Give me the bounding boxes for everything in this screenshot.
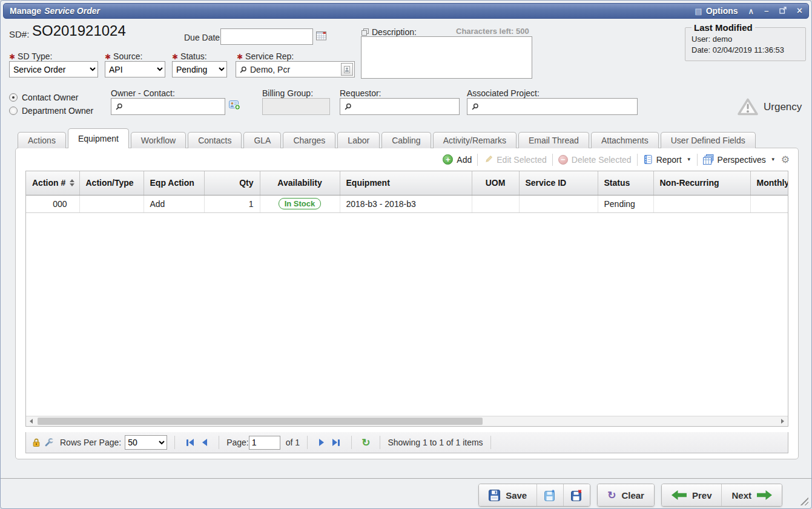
- table-row[interactable]: 000 Add 1 In Stock 2018-b3 - 2018-b3 Pen…: [26, 195, 788, 212]
- clear-button[interactable]: ↻ Clear: [598, 484, 654, 506]
- delete-selected-button[interactable]: − Delete Selected: [558, 155, 632, 165]
- save-button[interactable]: Save: [479, 484, 536, 506]
- column-header-equipment[interactable]: Equipment: [340, 171, 472, 195]
- cell-qty[interactable]: 1: [204, 195, 260, 212]
- due-date-label: Due Date:: [184, 33, 222, 42]
- lock-icon[interactable]: [32, 438, 41, 447]
- report-button[interactable]: Report ▼: [643, 154, 692, 165]
- cell-service-id: [519, 195, 598, 212]
- owner-contact-input[interactable]: [126, 101, 222, 112]
- tab-attachments[interactable]: Attachments: [591, 132, 659, 148]
- save-and-close-button[interactable]: [563, 484, 590, 506]
- next-page-button[interactable]: [319, 439, 324, 446]
- billing-group-label: Billing Group:: [262, 88, 313, 98]
- department-owner-radio[interactable]: Department Owner: [9, 106, 93, 116]
- previous-page-button[interactable]: [202, 439, 207, 446]
- gear-icon[interactable]: ⚙: [781, 154, 790, 165]
- cell-eqp-action[interactable]: Add: [144, 195, 204, 212]
- wrench-icon[interactable]: [44, 438, 54, 447]
- service-rep-detail-button[interactable]: [341, 63, 353, 76]
- urgency-warning-icon: [737, 97, 759, 116]
- window-resize-handle[interactable]: [799, 496, 808, 505]
- column-header-qty[interactable]: Qty: [204, 171, 260, 195]
- column-header-action-type[interactable]: Action/Type: [79, 171, 144, 195]
- horizontal-scrollbar[interactable]: [26, 416, 788, 426]
- associated-project-input[interactable]: [482, 101, 635, 112]
- tab-cabling[interactable]: Cabling: [381, 132, 431, 148]
- page-number-input[interactable]: [249, 436, 280, 450]
- last-modified-box: Last Modified User: demo Date: 02/04/201…: [685, 22, 806, 61]
- radio-selected-icon: [9, 93, 18, 102]
- scroll-left-icon[interactable]: [26, 416, 36, 426]
- collapse-icon[interactable]: ∧: [748, 7, 754, 15]
- sd-type-select[interactable]: Service Order: [9, 61, 98, 77]
- cell-equipment[interactable]: 2018-b3 - 2018-b3: [340, 195, 472, 212]
- scrollbar-track[interactable]: [36, 416, 777, 426]
- source-select[interactable]: API: [105, 61, 165, 77]
- save-and-new-button[interactable]: [536, 484, 563, 506]
- column-header-availability[interactable]: Availability: [260, 171, 340, 195]
- contact-owner-radio[interactable]: Contact Owner: [9, 93, 78, 102]
- tab-user-defined-fields[interactable]: User Defined Fields: [661, 132, 756, 148]
- prev-button[interactable]: Prev: [662, 484, 722, 506]
- required-icon: ✱: [9, 53, 15, 61]
- column-header-eqp-action[interactable]: Eqp Action: [144, 171, 204, 195]
- first-page-button[interactable]: [186, 439, 194, 446]
- service-rep-field[interactable]: Demo, Pcr: [236, 61, 355, 77]
- tab-contacts[interactable]: Contacts: [188, 132, 242, 148]
- owner-contact-field[interactable]: [111, 98, 225, 115]
- tab-actions[interactable]: Actions: [18, 132, 66, 148]
- requestor-field[interactable]: [340, 98, 460, 115]
- column-header-status[interactable]: Status: [598, 171, 653, 195]
- cell-status[interactable]: Pending: [598, 195, 653, 212]
- urgency-indicator[interactable]: Urgency: [737, 97, 802, 116]
- add-contact-icon[interactable]: [229, 100, 240, 113]
- requestor-input[interactable]: [355, 101, 457, 112]
- refresh-icon[interactable]: ↻: [361, 436, 370, 449]
- required-icon: ✱: [237, 53, 243, 61]
- add-button[interactable]: + Add: [443, 154, 472, 165]
- edit-selected-button[interactable]: Edit Selected: [483, 155, 547, 165]
- grid-toolbar: + Add Edit Selected − Delete Selected Re…: [16, 148, 798, 171]
- status-select[interactable]: Pending: [172, 61, 227, 77]
- arrow-right-icon: [757, 490, 772, 500]
- description-textarea[interactable]: [361, 36, 532, 79]
- page-label: Page:: [226, 438, 249, 447]
- rows-per-page-label: Rows Per Page:: [60, 438, 121, 447]
- perspectives-button[interactable]: Perspectives ▼: [703, 154, 776, 165]
- next-button[interactable]: Next: [721, 484, 782, 506]
- cell-uom: [472, 195, 519, 212]
- footer-button-bar: Save ↻ Clear Prev Next: [478, 484, 782, 507]
- options-button[interactable]: ▤ Options: [695, 6, 738, 16]
- delete-icon: −: [558, 155, 568, 165]
- column-header-action-no[interactable]: Action #: [26, 171, 79, 195]
- popout-icon[interactable]: [779, 7, 787, 15]
- cell-action-no[interactable]: 000: [26, 195, 79, 212]
- column-header-uom[interactable]: UOM: [472, 171, 519, 195]
- tab-workflow[interactable]: Workflow: [131, 132, 186, 148]
- column-header-monthly[interactable]: Monthly: [750, 171, 788, 195]
- calendar-icon[interactable]: [316, 31, 327, 43]
- close-icon[interactable]: ×: [797, 6, 802, 16]
- tab-gla[interactable]: GLA: [243, 132, 281, 148]
- search-icon: [240, 66, 247, 73]
- scroll-right-icon[interactable]: [777, 416, 788, 426]
- column-header-non-recurring[interactable]: Non-Recurring: [653, 171, 750, 195]
- rows-per-page-select[interactable]: 50: [125, 435, 167, 450]
- tab-equipment[interactable]: Equipment: [68, 128, 129, 148]
- tab-activity-remarks[interactable]: Activity/Remarks: [433, 132, 517, 148]
- last-page-button[interactable]: [332, 439, 340, 446]
- tab-labor[interactable]: Labor: [337, 132, 380, 148]
- tab-email-thread[interactable]: Email Thread: [518, 132, 589, 148]
- title-prefix: Manage: [10, 6, 41, 16]
- service-rep-label: ✱Service Rep:: [237, 51, 294, 61]
- scrollbar-thumb[interactable]: [38, 418, 483, 425]
- associated-project-field[interactable]: [467, 98, 638, 115]
- sort-icon[interactable]: [70, 179, 74, 186]
- minimize-icon[interactable]: −: [764, 7, 769, 15]
- cell-action-type: [79, 195, 144, 212]
- due-date-input[interactable]: [220, 28, 313, 45]
- tab-charges[interactable]: Charges: [283, 132, 335, 148]
- source-label: ✱Source:: [105, 51, 142, 61]
- column-header-service-id[interactable]: Service ID: [519, 171, 598, 195]
